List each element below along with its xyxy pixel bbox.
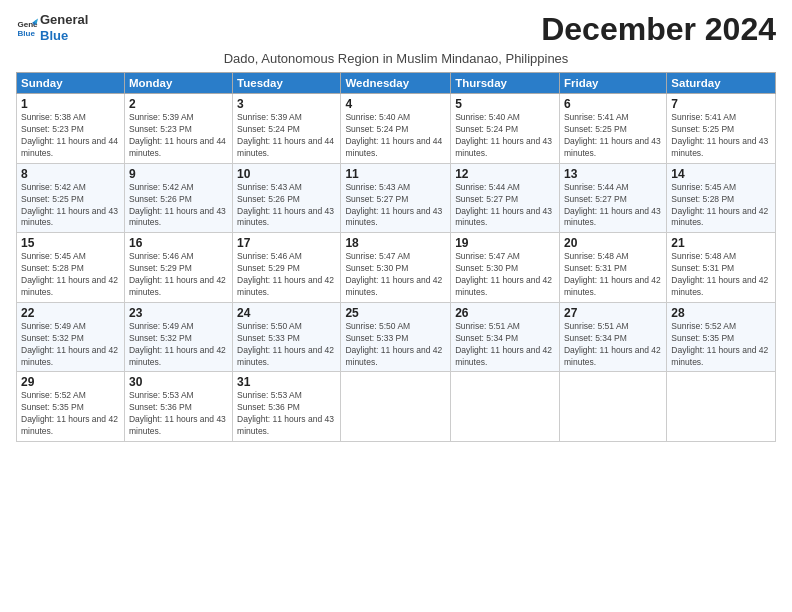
sunset-text: Sunset: 5:32 PM bbox=[129, 333, 192, 343]
table-row: 23 Sunrise: 5:49 AM Sunset: 5:32 PM Dayl… bbox=[124, 302, 232, 372]
day-info: Sunrise: 5:50 AM Sunset: 5:33 PM Dayligh… bbox=[237, 321, 336, 369]
table-row: 29 Sunrise: 5:52 AM Sunset: 5:35 PM Dayl… bbox=[17, 372, 125, 442]
table-row: 6 Sunrise: 5:41 AM Sunset: 5:25 PM Dayli… bbox=[559, 94, 666, 164]
sunrise-text: Sunrise: 5:51 AM bbox=[455, 321, 520, 331]
day-info: Sunrise: 5:50 AM Sunset: 5:33 PM Dayligh… bbox=[345, 321, 446, 369]
sunset-text: Sunset: 5:24 PM bbox=[455, 124, 518, 134]
day-info: Sunrise: 5:46 AM Sunset: 5:29 PM Dayligh… bbox=[237, 251, 336, 299]
daylight-text: Daylight: 11 hours and 42 minutes. bbox=[21, 275, 118, 297]
daylight-text: Daylight: 11 hours and 43 minutes. bbox=[21, 206, 118, 228]
daylight-text: Daylight: 11 hours and 42 minutes. bbox=[455, 275, 552, 297]
sunset-text: Sunset: 5:23 PM bbox=[21, 124, 84, 134]
day-info: Sunrise: 5:49 AM Sunset: 5:32 PM Dayligh… bbox=[129, 321, 228, 369]
sunrise-text: Sunrise: 5:44 AM bbox=[455, 182, 520, 192]
sunrise-text: Sunrise: 5:50 AM bbox=[237, 321, 302, 331]
day-info: Sunrise: 5:47 AM Sunset: 5:30 PM Dayligh… bbox=[345, 251, 446, 299]
sunrise-text: Sunrise: 5:51 AM bbox=[564, 321, 629, 331]
table-row: 4 Sunrise: 5:40 AM Sunset: 5:24 PM Dayli… bbox=[341, 94, 451, 164]
daylight-text: Daylight: 11 hours and 43 minutes. bbox=[671, 136, 768, 158]
day-number: 31 bbox=[237, 375, 336, 389]
sunrise-text: Sunrise: 5:43 AM bbox=[345, 182, 410, 192]
day-number: 27 bbox=[564, 306, 662, 320]
day-number: 11 bbox=[345, 167, 446, 181]
sunset-text: Sunset: 5:27 PM bbox=[564, 194, 627, 204]
daylight-text: Daylight: 11 hours and 42 minutes. bbox=[237, 275, 334, 297]
col-wednesday: Wednesday bbox=[341, 73, 451, 94]
calendar-table: Sunday Monday Tuesday Wednesday Thursday… bbox=[16, 72, 776, 442]
day-info: Sunrise: 5:53 AM Sunset: 5:36 PM Dayligh… bbox=[129, 390, 228, 438]
table-row bbox=[559, 372, 666, 442]
day-number: 2 bbox=[129, 97, 228, 111]
table-row: 9 Sunrise: 5:42 AM Sunset: 5:26 PM Dayli… bbox=[124, 163, 232, 233]
main-title: December 2024 bbox=[541, 12, 776, 47]
table-row: 7 Sunrise: 5:41 AM Sunset: 5:25 PM Dayli… bbox=[667, 94, 776, 164]
sunset-text: Sunset: 5:30 PM bbox=[345, 263, 408, 273]
daylight-text: Daylight: 11 hours and 43 minutes. bbox=[345, 206, 442, 228]
day-info: Sunrise: 5:53 AM Sunset: 5:36 PM Dayligh… bbox=[237, 390, 336, 438]
table-row: 8 Sunrise: 5:42 AM Sunset: 5:25 PM Dayli… bbox=[17, 163, 125, 233]
daylight-text: Daylight: 11 hours and 43 minutes. bbox=[129, 414, 226, 436]
sunset-text: Sunset: 5:31 PM bbox=[671, 263, 734, 273]
daylight-text: Daylight: 11 hours and 42 minutes. bbox=[237, 345, 334, 367]
sunrise-text: Sunrise: 5:40 AM bbox=[345, 112, 410, 122]
day-info: Sunrise: 5:45 AM Sunset: 5:28 PM Dayligh… bbox=[21, 251, 120, 299]
sunset-text: Sunset: 5:27 PM bbox=[345, 194, 408, 204]
calendar-header-row: Sunday Monday Tuesday Wednesday Thursday… bbox=[17, 73, 776, 94]
svg-text:Blue: Blue bbox=[17, 29, 35, 38]
day-info: Sunrise: 5:47 AM Sunset: 5:30 PM Dayligh… bbox=[455, 251, 555, 299]
sunrise-text: Sunrise: 5:46 AM bbox=[237, 251, 302, 261]
sunrise-text: Sunrise: 5:47 AM bbox=[455, 251, 520, 261]
table-row: 14 Sunrise: 5:45 AM Sunset: 5:28 PM Dayl… bbox=[667, 163, 776, 233]
table-row: 25 Sunrise: 5:50 AM Sunset: 5:33 PM Dayl… bbox=[341, 302, 451, 372]
daylight-text: Daylight: 11 hours and 42 minutes. bbox=[21, 414, 118, 436]
table-row: 17 Sunrise: 5:46 AM Sunset: 5:29 PM Dayl… bbox=[233, 233, 341, 303]
sunrise-text: Sunrise: 5:38 AM bbox=[21, 112, 86, 122]
table-row: 24 Sunrise: 5:50 AM Sunset: 5:33 PM Dayl… bbox=[233, 302, 341, 372]
day-number: 3 bbox=[237, 97, 336, 111]
day-info: Sunrise: 5:45 AM Sunset: 5:28 PM Dayligh… bbox=[671, 182, 771, 230]
sunset-text: Sunset: 5:33 PM bbox=[237, 333, 300, 343]
table-row: 15 Sunrise: 5:45 AM Sunset: 5:28 PM Dayl… bbox=[17, 233, 125, 303]
daylight-text: Daylight: 11 hours and 43 minutes. bbox=[129, 206, 226, 228]
daylight-text: Daylight: 11 hours and 42 minutes. bbox=[671, 275, 768, 297]
daylight-text: Daylight: 11 hours and 44 minutes. bbox=[129, 136, 226, 158]
page: General Blue General Blue December 2024 … bbox=[0, 0, 792, 612]
day-number: 17 bbox=[237, 236, 336, 250]
daylight-text: Daylight: 11 hours and 42 minutes. bbox=[345, 275, 442, 297]
day-info: Sunrise: 5:43 AM Sunset: 5:27 PM Dayligh… bbox=[345, 182, 446, 230]
day-info: Sunrise: 5:44 AM Sunset: 5:27 PM Dayligh… bbox=[564, 182, 662, 230]
table-row: 26 Sunrise: 5:51 AM Sunset: 5:34 PM Dayl… bbox=[451, 302, 560, 372]
day-number: 4 bbox=[345, 97, 446, 111]
sunset-text: Sunset: 5:26 PM bbox=[237, 194, 300, 204]
col-sunday: Sunday bbox=[17, 73, 125, 94]
day-number: 12 bbox=[455, 167, 555, 181]
sunset-text: Sunset: 5:31 PM bbox=[564, 263, 627, 273]
day-number: 14 bbox=[671, 167, 771, 181]
calendar-week-row: 22 Sunrise: 5:49 AM Sunset: 5:32 PM Dayl… bbox=[17, 302, 776, 372]
col-tuesday: Tuesday bbox=[233, 73, 341, 94]
sunrise-text: Sunrise: 5:42 AM bbox=[129, 182, 194, 192]
day-number: 22 bbox=[21, 306, 120, 320]
table-row: 11 Sunrise: 5:43 AM Sunset: 5:27 PM Dayl… bbox=[341, 163, 451, 233]
sunrise-text: Sunrise: 5:48 AM bbox=[564, 251, 629, 261]
day-number: 18 bbox=[345, 236, 446, 250]
table-row: 18 Sunrise: 5:47 AM Sunset: 5:30 PM Dayl… bbox=[341, 233, 451, 303]
sunrise-text: Sunrise: 5:53 AM bbox=[129, 390, 194, 400]
day-number: 21 bbox=[671, 236, 771, 250]
table-row: 28 Sunrise: 5:52 AM Sunset: 5:35 PM Dayl… bbox=[667, 302, 776, 372]
sunset-text: Sunset: 5:36 PM bbox=[129, 402, 192, 412]
col-thursday: Thursday bbox=[451, 73, 560, 94]
sunrise-text: Sunrise: 5:49 AM bbox=[129, 321, 194, 331]
daylight-text: Daylight: 11 hours and 43 minutes. bbox=[564, 206, 661, 228]
sunset-text: Sunset: 5:23 PM bbox=[129, 124, 192, 134]
sunrise-text: Sunrise: 5:39 AM bbox=[129, 112, 194, 122]
sunset-text: Sunset: 5:25 PM bbox=[21, 194, 84, 204]
sunrise-text: Sunrise: 5:45 AM bbox=[21, 251, 86, 261]
sunrise-text: Sunrise: 5:52 AM bbox=[671, 321, 736, 331]
sunset-text: Sunset: 5:28 PM bbox=[671, 194, 734, 204]
day-number: 20 bbox=[564, 236, 662, 250]
day-number: 24 bbox=[237, 306, 336, 320]
sunrise-text: Sunrise: 5:46 AM bbox=[129, 251, 194, 261]
sunset-text: Sunset: 5:29 PM bbox=[129, 263, 192, 273]
daylight-text: Daylight: 11 hours and 42 minutes. bbox=[21, 345, 118, 367]
